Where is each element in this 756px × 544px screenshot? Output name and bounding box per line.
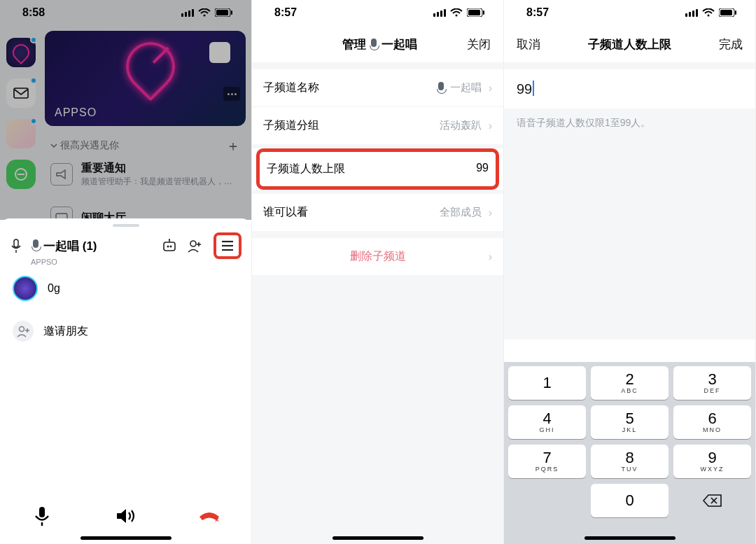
row-channel-name[interactable]: 子频道名称 一起唱 › xyxy=(252,69,503,107)
server-avatar-2[interactable] xyxy=(6,119,36,148)
battery-icon xyxy=(719,8,737,17)
menu-icon[interactable] xyxy=(218,237,237,255)
add-channel-icon[interactable]: ＋ xyxy=(226,137,240,155)
key-9[interactable]: 9WXYZ xyxy=(673,445,751,478)
more-icon[interactable] xyxy=(223,87,240,101)
invite-row[interactable]: 邀请朋友 xyxy=(0,311,251,351)
key-4[interactable]: 4GHI xyxy=(508,405,586,439)
mic-icon xyxy=(436,82,446,95)
status-time: 8:57 xyxy=(526,6,549,19)
svg-point-14 xyxy=(167,246,169,248)
add-person-icon xyxy=(13,321,34,342)
svg-rect-39 xyxy=(689,12,691,17)
home-indicator[interactable] xyxy=(80,536,172,540)
server-avatar-3[interactable] xyxy=(6,160,36,189)
row-member-limit-highlighted[interactable]: 子频道人数上限 99 xyxy=(256,148,499,190)
delete-label: 删除子频道 xyxy=(350,249,406,264)
svg-point-24 xyxy=(20,327,24,332)
svg-rect-45 xyxy=(735,11,736,15)
svg-rect-37 xyxy=(483,11,484,15)
close-button[interactable]: 关闭 xyxy=(467,36,491,53)
member-row[interactable]: 0g xyxy=(0,266,251,311)
server-sidebar xyxy=(0,25,42,220)
invite-label: 邀请朋友 xyxy=(43,324,88,339)
svg-rect-31 xyxy=(437,12,439,17)
key-1[interactable]: 1 xyxy=(508,366,586,400)
status-bar: 8:57 xyxy=(504,0,755,25)
key-5[interactable]: 5JKL xyxy=(591,405,668,439)
cancel-button[interactable]: 取消 xyxy=(517,36,540,53)
status-bar: 8:57 xyxy=(252,0,503,25)
svg-rect-1 xyxy=(185,12,187,17)
sidebar-mail-icon[interactable] xyxy=(6,78,36,108)
item-subtitle: 频道管理助手：我是频道管理机器人，… xyxy=(81,176,232,188)
chevron-right-icon: › xyxy=(489,251,492,263)
row-channel-group[interactable]: 子频道分组 活动轰趴 › xyxy=(252,107,503,144)
done-button[interactable]: 完成 xyxy=(719,36,743,53)
mic-icon[interactable] xyxy=(28,502,56,530)
svg-point-18 xyxy=(190,241,196,246)
channel-hero-banner[interactable]: APPSO xyxy=(45,31,246,126)
speaker-icon[interactable] xyxy=(111,502,139,530)
delete-channel-button[interactable]: 删除子频道 › xyxy=(252,238,503,275)
svg-text:×: × xyxy=(215,516,219,524)
robot-icon[interactable] xyxy=(160,237,178,255)
list-section-header[interactable]: 很高兴遇见你 ＋ xyxy=(50,136,240,155)
svg-rect-30 xyxy=(433,13,435,17)
key-3[interactable]: 3DEF xyxy=(673,366,751,400)
limit-input-field[interactable]: 99 xyxy=(504,69,755,109)
svg-rect-8 xyxy=(14,88,28,98)
backspace-icon xyxy=(703,494,722,508)
row-visibility[interactable]: 谁可以看 全部成员 › xyxy=(252,194,503,231)
key-2[interactable]: 2ABC xyxy=(591,366,668,400)
sheet-grabber[interactable] xyxy=(113,224,139,227)
key-7[interactable]: 7PQRS xyxy=(508,445,586,478)
svg-rect-33 xyxy=(444,9,446,17)
status-bar: 8:58 xyxy=(0,0,251,25)
hangup-icon[interactable]: × xyxy=(195,502,223,530)
cell-value: 一起唱 xyxy=(450,81,482,95)
cell-label: 子频道名称 xyxy=(263,81,319,95)
sheet-title: 一起唱 (1) xyxy=(43,238,97,254)
key-6[interactable]: 6MNO xyxy=(673,405,751,439)
svg-point-15 xyxy=(170,246,172,248)
cell-label: 谁可以看 xyxy=(263,205,308,220)
status-icons xyxy=(433,8,485,17)
server-avatar-appso[interactable] xyxy=(6,38,36,67)
status-time: 8:57 xyxy=(274,6,297,19)
nav-title-suffix: 一起唱 xyxy=(382,36,417,53)
add-person-icon[interactable] xyxy=(186,237,204,255)
cellular-icon xyxy=(181,8,194,17)
member-avatar xyxy=(13,276,38,301)
svg-rect-11 xyxy=(14,239,18,247)
hint-text: 语音子频道人数仅限1至99人。 xyxy=(504,109,755,340)
svg-rect-2 xyxy=(188,11,190,17)
svg-rect-40 xyxy=(692,11,694,17)
call-toolbar: × xyxy=(0,489,251,530)
key-0[interactable]: 0 xyxy=(591,484,668,517)
nav-title-prefix: 管理 xyxy=(342,36,366,53)
svg-rect-13 xyxy=(164,242,175,251)
key-8[interactable]: 8TUV xyxy=(591,445,668,478)
phone-screen-3: 8:57 取消 子频道人数上限 完成 99 语音子频道人数仅限1至99人。 1 … xyxy=(504,0,756,544)
status-time: 8:58 xyxy=(22,6,45,19)
key-backspace[interactable] xyxy=(673,484,751,517)
svg-rect-0 xyxy=(181,13,183,17)
cell-value: 全部成员 xyxy=(440,206,482,219)
wifi-icon xyxy=(450,8,463,17)
home-indicator[interactable] xyxy=(584,536,676,540)
mic-icon xyxy=(31,239,41,252)
home-indicator[interactable] xyxy=(332,536,424,540)
numeric-keypad: 1 2ABC 3DEF 4GHI 5JKL 6MNO 7PQRS 8TUV 9W… xyxy=(504,362,755,544)
background-app-view: 8:58 APPSO xyxy=(0,0,251,220)
cell-value: 活动轰趴 xyxy=(440,119,482,132)
neon-logo-icon xyxy=(115,32,185,102)
chevron-right-icon: › xyxy=(489,120,492,132)
wifi-icon xyxy=(702,8,715,17)
cellular-icon xyxy=(433,8,446,17)
cell-value: 99 xyxy=(476,162,489,174)
cell-label: 子频道人数上限 xyxy=(267,162,345,176)
section-title: 很高兴遇见你 xyxy=(60,139,119,152)
svg-rect-36 xyxy=(468,10,480,15)
channel-item-announcement[interactable]: 重要通知 频道管理助手：我是频道管理机器人，… xyxy=(50,157,243,192)
